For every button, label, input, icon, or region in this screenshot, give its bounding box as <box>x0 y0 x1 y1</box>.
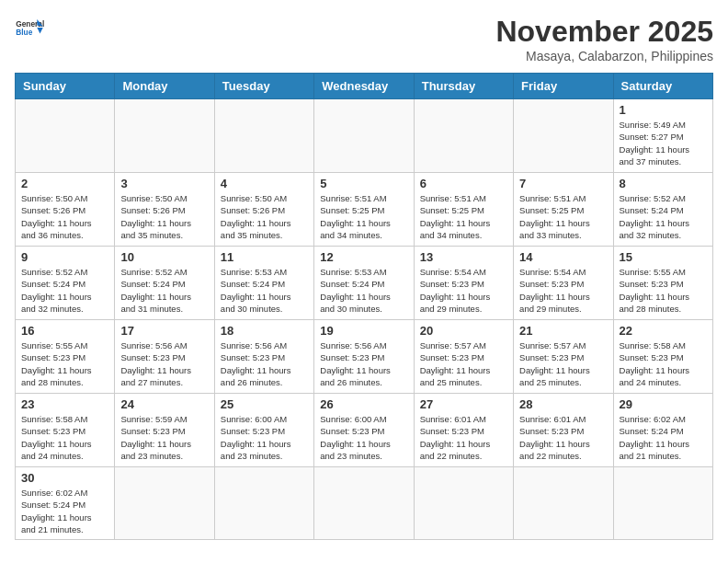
calendar-day-cell <box>414 467 513 540</box>
day-info: Sunrise: 5:52 AM Sunset: 5:24 PM Dayligh… <box>21 266 108 315</box>
weekday-header-friday: Friday <box>514 74 613 99</box>
day-number: 24 <box>120 397 208 411</box>
calendar-day-cell <box>613 467 712 540</box>
day-info: Sunrise: 5:51 AM Sunset: 5:25 PM Dayligh… <box>320 192 407 241</box>
calendar-week-row: 23Sunrise: 5:58 AM Sunset: 5:23 PM Dayli… <box>16 394 713 467</box>
calendar-day-cell: 9Sunrise: 5:52 AM Sunset: 5:24 PM Daylig… <box>16 247 115 320</box>
calendar-day-cell: 13Sunrise: 5:54 AM Sunset: 5:23 PM Dayli… <box>414 247 513 320</box>
title-area: November 2025 Masaya, Calabarzon, Philip… <box>495 15 713 63</box>
day-info: Sunrise: 6:00 AM Sunset: 5:23 PM Dayligh… <box>221 413 308 462</box>
day-info: Sunrise: 5:54 AM Sunset: 5:23 PM Dayligh… <box>420 266 507 315</box>
calendar-day-cell: 29Sunrise: 6:02 AM Sunset: 5:24 PM Dayli… <box>613 394 712 467</box>
calendar-day-cell <box>214 467 313 540</box>
calendar-day-cell: 11Sunrise: 5:53 AM Sunset: 5:24 PM Dayli… <box>214 247 313 320</box>
calendar-day-cell: 2Sunrise: 5:50 AM Sunset: 5:26 PM Daylig… <box>16 173 115 247</box>
calendar-day-cell <box>514 99 613 173</box>
calendar-day-cell: 21Sunrise: 5:57 AM Sunset: 5:23 PM Dayli… <box>514 320 613 394</box>
day-info: Sunrise: 6:01 AM Sunset: 5:23 PM Dayligh… <box>420 413 507 462</box>
day-info: Sunrise: 5:56 AM Sunset: 5:23 PM Dayligh… <box>120 339 208 388</box>
calendar-week-row: 1Sunrise: 5:49 AM Sunset: 5:27 PM Daylig… <box>16 99 713 173</box>
weekday-header-saturday: Saturday <box>613 74 712 99</box>
calendar-day-cell: 10Sunrise: 5:52 AM Sunset: 5:24 PM Dayli… <box>115 247 214 320</box>
month-title: November 2025 <box>495 15 713 49</box>
calendar-day-cell: 3Sunrise: 5:50 AM Sunset: 5:26 PM Daylig… <box>115 173 214 247</box>
calendar-day-cell: 1Sunrise: 5:49 AM Sunset: 5:27 PM Daylig… <box>613 99 712 173</box>
day-number: 4 <box>221 177 308 190</box>
day-number: 8 <box>620 177 707 190</box>
day-number: 1 <box>620 103 707 117</box>
day-info: Sunrise: 6:01 AM Sunset: 5:23 PM Dayligh… <box>519 413 607 462</box>
day-number: 12 <box>320 250 407 264</box>
calendar-day-cell: 17Sunrise: 5:56 AM Sunset: 5:23 PM Dayli… <box>115 320 214 394</box>
day-info: Sunrise: 5:53 AM Sunset: 5:24 PM Dayligh… <box>320 266 407 315</box>
location-title: Masaya, Calabarzon, Philippines <box>495 49 713 63</box>
day-number: 20 <box>420 324 507 338</box>
weekday-header-tuesday: Tuesday <box>214 74 313 99</box>
calendar-day-cell: 8Sunrise: 5:52 AM Sunset: 5:24 PM Daylig… <box>613 173 712 247</box>
weekday-header-thursday: Thursday <box>414 74 513 99</box>
day-number: 11 <box>221 250 308 264</box>
day-info: Sunrise: 5:59 AM Sunset: 5:23 PM Dayligh… <box>120 413 208 462</box>
calendar-day-cell: 16Sunrise: 5:55 AM Sunset: 5:23 PM Dayli… <box>16 320 115 394</box>
day-number: 7 <box>519 177 607 190</box>
day-number: 13 <box>420 250 507 264</box>
day-number: 15 <box>620 250 707 264</box>
calendar-table: SundayMondayTuesdayWednesdayThursdayFrid… <box>15 73 713 540</box>
day-info: Sunrise: 5:58 AM Sunset: 5:23 PM Dayligh… <box>21 413 108 462</box>
svg-marker-3 <box>37 28 42 33</box>
calendar-day-cell <box>214 99 313 173</box>
day-number: 29 <box>620 397 707 411</box>
day-info: Sunrise: 5:56 AM Sunset: 5:23 PM Dayligh… <box>320 339 407 388</box>
day-info: Sunrise: 6:02 AM Sunset: 5:24 PM Dayligh… <box>620 413 707 462</box>
calendar-week-row: 30Sunrise: 6:02 AM Sunset: 5:24 PM Dayli… <box>16 467 713 540</box>
day-number: 18 <box>221 324 308 338</box>
day-number: 6 <box>420 177 507 190</box>
calendar-week-row: 9Sunrise: 5:52 AM Sunset: 5:24 PM Daylig… <box>16 247 713 320</box>
calendar-day-cell <box>16 99 115 173</box>
calendar-day-cell: 28Sunrise: 6:01 AM Sunset: 5:23 PM Dayli… <box>514 394 613 467</box>
day-info: Sunrise: 5:51 AM Sunset: 5:25 PM Dayligh… <box>519 192 607 241</box>
calendar-day-cell: 19Sunrise: 5:56 AM Sunset: 5:23 PM Dayli… <box>314 320 414 394</box>
day-number: 25 <box>221 397 308 411</box>
day-number: 19 <box>320 324 407 338</box>
calendar-day-cell: 25Sunrise: 6:00 AM Sunset: 5:23 PM Dayli… <box>214 394 313 467</box>
day-info: Sunrise: 5:52 AM Sunset: 5:24 PM Dayligh… <box>120 266 208 315</box>
day-info: Sunrise: 6:00 AM Sunset: 5:23 PM Dayligh… <box>320 413 407 462</box>
weekday-header-monday: Monday <box>115 74 214 99</box>
calendar-week-row: 16Sunrise: 5:55 AM Sunset: 5:23 PM Dayli… <box>16 320 713 394</box>
day-number: 21 <box>519 324 607 338</box>
day-info: Sunrise: 5:57 AM Sunset: 5:23 PM Dayligh… <box>519 339 607 388</box>
day-number: 10 <box>120 250 208 264</box>
day-number: 14 <box>519 250 607 264</box>
calendar-day-cell <box>514 467 613 540</box>
day-number: 23 <box>21 397 108 411</box>
calendar-day-cell: 6Sunrise: 5:51 AM Sunset: 5:25 PM Daylig… <box>414 173 513 247</box>
day-number: 22 <box>620 324 707 338</box>
day-number: 3 <box>120 177 208 190</box>
calendar-day-cell: 15Sunrise: 5:55 AM Sunset: 5:23 PM Dayli… <box>613 247 712 320</box>
calendar-day-cell: 5Sunrise: 5:51 AM Sunset: 5:25 PM Daylig… <box>314 173 414 247</box>
calendar-day-cell: 22Sunrise: 5:58 AM Sunset: 5:23 PM Dayli… <box>613 320 712 394</box>
day-info: Sunrise: 5:57 AM Sunset: 5:23 PM Dayligh… <box>420 339 507 388</box>
day-info: Sunrise: 5:54 AM Sunset: 5:23 PM Dayligh… <box>519 266 607 315</box>
day-info: Sunrise: 5:56 AM Sunset: 5:23 PM Dayligh… <box>221 339 308 388</box>
day-info: Sunrise: 5:49 AM Sunset: 5:27 PM Dayligh… <box>620 119 707 167</box>
day-info: Sunrise: 5:53 AM Sunset: 5:24 PM Dayligh… <box>221 266 308 315</box>
svg-text:Blue: Blue <box>16 28 32 37</box>
day-number: 9 <box>21 250 108 264</box>
calendar-day-cell: 30Sunrise: 6:02 AM Sunset: 5:24 PM Dayli… <box>16 467 115 540</box>
header: General Blue November 2025 Masaya, Calab… <box>15 15 713 63</box>
calendar-day-cell: 23Sunrise: 5:58 AM Sunset: 5:23 PM Dayli… <box>16 394 115 467</box>
general-blue-logo-icon: General Blue <box>15 15 44 44</box>
calendar-day-cell <box>115 467 214 540</box>
calendar-day-cell <box>414 99 513 173</box>
calendar-day-cell <box>314 467 414 540</box>
calendar-day-cell: 27Sunrise: 6:01 AM Sunset: 5:23 PM Dayli… <box>414 394 513 467</box>
weekday-header-wednesday: Wednesday <box>314 74 414 99</box>
calendar-day-cell: 7Sunrise: 5:51 AM Sunset: 5:25 PM Daylig… <box>514 173 613 247</box>
day-info: Sunrise: 5:50 AM Sunset: 5:26 PM Dayligh… <box>120 192 208 241</box>
calendar-day-cell: 20Sunrise: 5:57 AM Sunset: 5:23 PM Dayli… <box>414 320 513 394</box>
day-info: Sunrise: 5:55 AM Sunset: 5:23 PM Dayligh… <box>21 339 108 388</box>
calendar-week-row: 2Sunrise: 5:50 AM Sunset: 5:26 PM Daylig… <box>16 173 713 247</box>
day-info: Sunrise: 5:58 AM Sunset: 5:23 PM Dayligh… <box>620 339 707 388</box>
